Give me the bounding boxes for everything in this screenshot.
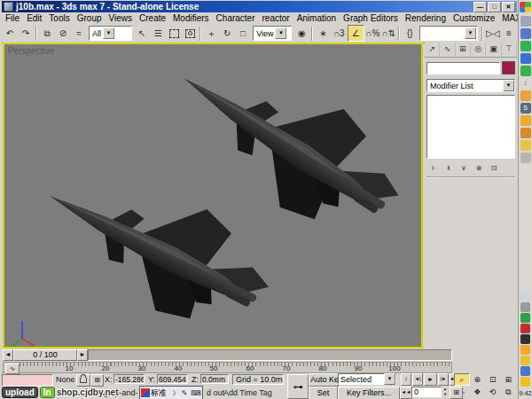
green-tray-icon[interactable] (520, 313, 530, 323)
menu-character[interactable]: Character (213, 13, 259, 23)
select-and-move-button[interactable]: ＋ (204, 26, 219, 41)
ime-keyboard-icon[interactable]: ⌨ (191, 389, 201, 397)
padlock-tray-icon[interactable] (520, 356, 530, 365)
y-coordinate-field[interactable]: 609.454 (157, 374, 188, 384)
add-time-tag[interactable]: Add Time Tag (223, 388, 272, 397)
chevron-down-icon[interactable]: ▼ (503, 80, 514, 91)
close-button[interactable]: ✕ (502, 2, 515, 12)
redo-button[interactable]: ↷ (19, 26, 34, 41)
remove-modifier-button[interactable]: ⊗ (472, 161, 486, 174)
x-coordinate-field[interactable]: -165.286 (113, 374, 145, 384)
zoom-extents-button[interactable]: ⊡ (485, 373, 501, 386)
select-and-rotate-button[interactable]: ↻ (220, 26, 235, 41)
time-configuration-button[interactable]: ⊞ (450, 387, 463, 399)
modifier-stack-list[interactable] (426, 95, 515, 159)
reference-coordinate-dropdown[interactable]: View ▼ (253, 26, 292, 41)
frame-spinner[interactable]: ▲ ▼ (442, 387, 449, 397)
menu-animation[interactable]: Animation (293, 13, 340, 23)
zoom-all-button[interactable]: ⊕ (470, 373, 486, 386)
previous-frame-button[interactable]: ◄| (412, 373, 423, 386)
menu-views[interactable]: Views (106, 13, 137, 23)
blue-tray-icon[interactable] (520, 366, 530, 376)
minimize-button[interactable]: — (473, 2, 487, 12)
green-app-icon[interactable] (520, 66, 531, 76)
start-button[interactable] (520, 2, 531, 12)
object-name-field[interactable] (426, 62, 500, 74)
set-key-button[interactable]: Set Key (309, 387, 338, 399)
auto-key-button[interactable]: Auto Key (309, 373, 339, 387)
qq-icon[interactable] (520, 41, 531, 51)
play-button[interactable]: ► (424, 373, 437, 386)
selection-lock-toggle[interactable] (76, 374, 90, 387)
image-viewer-taskbutton[interactable] (520, 90, 531, 101)
menu-rendering[interactable]: Rendering (402, 13, 450, 23)
3dsmax-taskbutton[interactable]: S (520, 103, 531, 113)
collapse-arrows-icon[interactable]: ↕ (520, 78, 531, 89)
z-coordinate-field[interactable]: 0.0mm (200, 374, 229, 384)
modifier-list-dropdown[interactable]: Modifier List ▼ (426, 79, 515, 92)
snaps-toggle-button[interactable]: ∩3 (332, 26, 347, 41)
rectangular-selection-region-button[interactable] (167, 26, 182, 41)
keyable-selection-dropdown[interactable]: Selected ▼ (338, 373, 396, 385)
tab-hierarchy[interactable]: ⊞ (456, 43, 471, 57)
chevron-down-icon[interactable]: ▼ (465, 27, 476, 39)
maxscript-mini-listener[interactable] (2, 374, 53, 387)
pin-stack-button[interactable]: ⊦ (426, 161, 441, 174)
menu-group[interactable]: Group (74, 13, 106, 23)
tab-utilities[interactable]: ⊤ (502, 43, 517, 57)
previous-frame-arrow[interactable]: ◄ (3, 349, 13, 361)
orange-tray-icon[interactable] (520, 345, 530, 355)
messenger-icon[interactable] (520, 28, 531, 39)
unlink-selection-button[interactable]: ⊘ (56, 26, 71, 41)
angle-snap-toggle-button[interactable]: ∠ (348, 25, 364, 42)
select-and-link-button[interactable]: ⧉ (40, 26, 55, 41)
edit-named-selections-button[interactable]: {} (403, 26, 418, 41)
menu-tools[interactable]: Tools (45, 13, 73, 23)
tab-create[interactable]: ↗ (425, 43, 440, 57)
ime-toolbar[interactable]: 标准 ☽ ✎ ⌨ (139, 386, 203, 399)
perspective-viewport[interactable]: Perspective (3, 43, 423, 348)
menu-edit[interactable]: Edit (23, 13, 45, 23)
time-slider-track[interactable] (88, 349, 452, 361)
red-tray-icon[interactable] (520, 324, 530, 333)
image-viewer-taskbutton[interactable] (520, 128, 531, 138)
internet-globe-icon[interactable] (520, 53, 531, 64)
tab-motion[interactable]: ◎ (471, 43, 486, 57)
show-end-result-button[interactable]: ‖ (442, 161, 456, 174)
menu-reactor[interactable]: reactor (259, 13, 293, 23)
select-by-name-button[interactable]: ☰ (151, 26, 166, 41)
menu-modifiers[interactable]: Modifiers (169, 13, 213, 23)
make-unique-button[interactable]: ∨ (457, 161, 471, 174)
viewport-label[interactable]: Perspective (8, 46, 54, 56)
menu-file[interactable]: File (2, 13, 23, 23)
current-frame-field[interactable]: 0 (411, 387, 442, 397)
mirror-button[interactable]: ▷◁ (486, 26, 501, 41)
window-crossing-button[interactable] (183, 26, 198, 41)
select-object-button[interactable]: ↖ (135, 26, 150, 41)
image-viewer-taskbutton[interactable] (520, 115, 531, 126)
time-slider-handle[interactable]: 0 / 100 (13, 349, 77, 361)
menu-graph-editors[interactable]: Graph Editors (340, 13, 402, 23)
bind-to-space-warp-button[interactable]: ≈ (72, 26, 87, 41)
printer-icon[interactable] (520, 153, 531, 163)
black-tray-icon[interactable] (520, 334, 530, 344)
go-to-start-button[interactable]: |◄◄ (401, 373, 411, 386)
use-pivot-center-button[interactable]: ◉ (294, 26, 309, 41)
key-filters-button[interactable]: Key Filters... (338, 387, 400, 399)
folder-icon[interactable] (520, 140, 531, 151)
menu-create[interactable]: Create (136, 13, 169, 23)
menu-customize[interactable]: Customize (450, 13, 498, 23)
select-and-scale-button[interactable]: □ (236, 26, 251, 41)
next-frame-arrow[interactable]: ► (77, 349, 88, 361)
key-mode-toggle[interactable]: ◄◄ (400, 387, 412, 399)
maximize-button[interactable]: □ (488, 2, 501, 12)
absolute-offset-toggle[interactable]: ⊞ (90, 374, 104, 387)
named-selection-dropdown[interactable]: ▼ (419, 26, 478, 41)
chevron-down-icon[interactable]: ▼ (275, 27, 286, 39)
align-button[interactable]: ≡ (502, 26, 517, 41)
chevron-down-icon[interactable]: ▼ (384, 373, 395, 385)
object-color-swatch[interactable] (502, 61, 515, 74)
undo-button[interactable]: ↶ (3, 26, 18, 41)
selection-filter-dropdown[interactable]: All ▼ (89, 26, 132, 41)
clock-tray-icon[interactable] (520, 302, 530, 312)
